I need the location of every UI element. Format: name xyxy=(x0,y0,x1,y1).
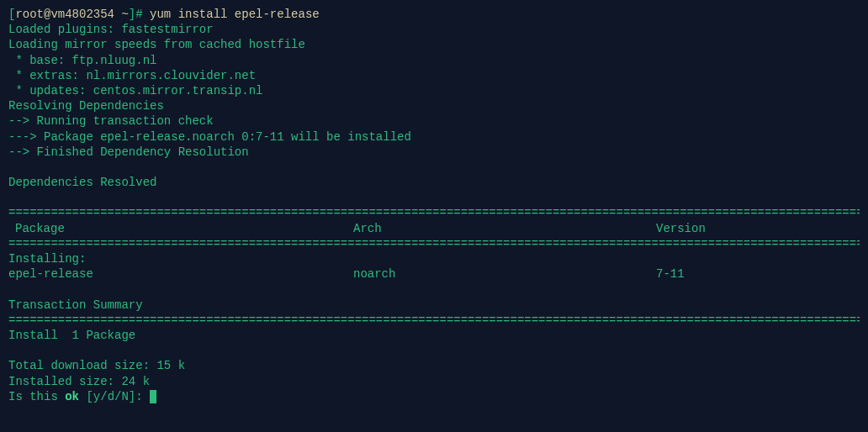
terminal-output: [root@vm4802354 ~]# yum install epel-rel… xyxy=(8,7,860,404)
output-mirror-updates: * updates: centos.mirror.transip.nl xyxy=(8,83,860,98)
blank-line xyxy=(8,160,860,175)
horizontal-rule: ========================================… xyxy=(8,236,860,251)
output-deps-resolved: Dependencies Resolved xyxy=(8,175,860,190)
output-loading: Loading mirror speeds from cached hostfi… xyxy=(8,37,860,52)
prompt-user-host: root@vm4802354 ~ xyxy=(15,8,128,21)
prompt-line: [root@vm4802354 ~]# yum install epel-rel… xyxy=(8,7,860,22)
blank-line xyxy=(8,343,860,358)
command-text: yum install epel-release xyxy=(150,8,320,21)
cursor-icon xyxy=(150,390,156,403)
summary-install: Install 1 Package xyxy=(8,328,860,343)
blank-line xyxy=(8,190,860,205)
confirm-prefix: Is this xyxy=(8,390,65,403)
table-row: epel-release noarch 7-11 xyxy=(8,266,860,282)
output-mirror-extras: * extras: nl.mirrors.clouvider.net xyxy=(8,68,860,83)
confirm-ok: ok xyxy=(65,390,79,403)
table-cell-arch: noarch xyxy=(353,266,656,282)
horizontal-rule: ========================================… xyxy=(8,205,860,220)
horizontal-rule: ========================================… xyxy=(8,313,860,328)
confirm-prompt[interactable]: Is this ok [y/d/N]: xyxy=(8,389,860,404)
summary-installed-size: Installed size: 24 k xyxy=(8,374,860,389)
table-cell-package: epel-release xyxy=(8,266,353,282)
prompt-close: ]# xyxy=(129,8,143,21)
output-plugins: Loaded plugins: fastestmirror xyxy=(8,22,860,37)
table-cell-version: 7-11 xyxy=(656,266,860,282)
output-finished: --> Finished Dependency Resolution xyxy=(8,145,860,160)
blank-line xyxy=(8,282,860,297)
summary-download-size: Total download size: 15 k xyxy=(8,358,860,373)
output-resolving: Resolving Dependencies xyxy=(8,98,860,113)
output-running-check: --> Running transaction check xyxy=(8,113,860,129)
confirm-suffix: [y/d/N]: xyxy=(79,390,150,403)
summary-title: Transaction Summary xyxy=(8,298,860,313)
output-package-line: ---> Package epel-release.noarch 0:7-11 … xyxy=(8,129,860,145)
table-header: Package Arch Version xyxy=(8,221,860,236)
table-header-version: Version xyxy=(656,221,860,236)
installing-label: Installing: xyxy=(8,251,860,266)
output-mirror-base: * base: ftp.nluug.nl xyxy=(8,53,860,68)
table-header-arch: Arch xyxy=(353,221,656,236)
table-header-package: Package xyxy=(8,221,353,236)
